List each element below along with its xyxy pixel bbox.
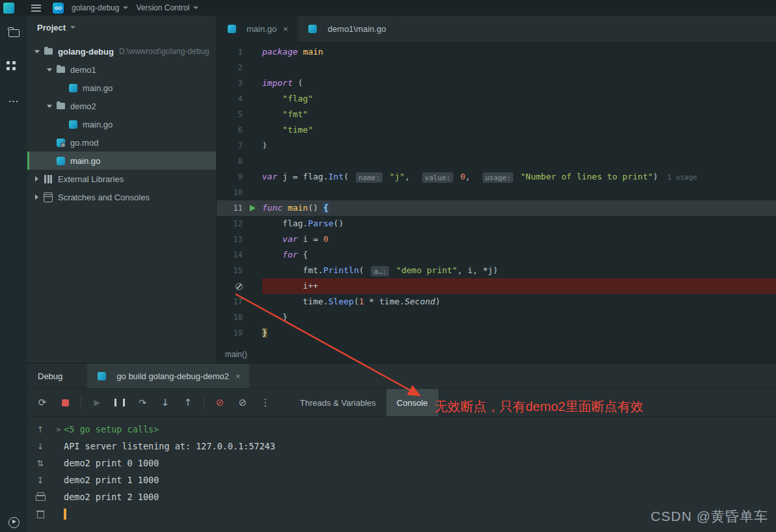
editor-code[interactable]: 1package main23import (4 "flag"5 "fmt"6 … [217, 43, 776, 346]
editor-tab[interactable]: main.go× [217, 16, 298, 42]
run-arrow-icon[interactable] [243, 200, 262, 216]
code-line[interactable]: i++ [217, 278, 776, 294]
close-tab-icon[interactable]: × [283, 24, 288, 34]
gutter[interactable]: 19 [217, 325, 262, 341]
chevron-down-icon[interactable] [44, 68, 55, 72]
stop-icon[interactable] [58, 395, 72, 410]
close-tab-icon[interactable]: × [235, 371, 241, 381]
print-icon[interactable] [34, 491, 46, 503]
code-line[interactable]: 7) [217, 138, 776, 153]
gutter[interactable]: 15 [217, 263, 262, 278]
gutter[interactable]: 8 [217, 153, 262, 169]
project-selector[interactable]: golang-debug [72, 3, 128, 12]
code-line[interactable]: 10 [217, 185, 776, 200]
gutter[interactable]: 13 [217, 232, 262, 247]
code-line[interactable]: 1package main [217, 44, 776, 60]
gutter[interactable]: 1 [217, 44, 262, 60]
sort-icon[interactable] [34, 457, 46, 469]
scroll-end-icon[interactable] [34, 474, 46, 486]
code-line[interactable]: 15 fmt.Println( a…: "demo print", i, *j) [217, 263, 776, 278]
chevron-down-icon[interactable] [44, 105, 55, 108]
code-line[interactable]: 12 flag.Parse() [217, 216, 776, 232]
gutter[interactable]: 12 [217, 216, 262, 232]
chevron-down-icon[interactable] [31, 50, 42, 53]
code-line[interactable]: 14 for { [217, 247, 776, 263]
code-line[interactable]: 9var j = flag.Int( name: "j", value: 0, … [217, 169, 776, 185]
code-token: time. [262, 297, 328, 306]
code-line[interactable]: 18 } [217, 310, 776, 325]
structure-tool-icon[interactable] [7, 60, 21, 74]
view-breakpoints-icon[interactable] [213, 395, 227, 410]
gutter[interactable] [217, 278, 262, 294]
more-icon[interactable] [258, 395, 273, 410]
gutter[interactable]: 18 [217, 310, 262, 325]
code-text: for { [262, 247, 776, 263]
debug-run-tab[interactable]: go build golang-debug-demo2 × [87, 364, 248, 388]
tree-item[interactable]: go.mod [27, 133, 216, 152]
run-tool-icon[interactable] [7, 518, 21, 532]
step-out-icon[interactable] [181, 395, 195, 410]
console-line[interactable]: demo2 print 0 1000 [53, 455, 776, 472]
up-icon[interactable] [34, 423, 46, 435]
editor-tab[interactable]: demo1\main.go [298, 16, 396, 42]
main-menu-icon[interactable] [31, 5, 41, 12]
gutter[interactable]: 7 [217, 138, 262, 153]
mute-breakpoints-icon[interactable] [235, 395, 250, 410]
code-line[interactable]: 5 "fmt" [217, 107, 776, 122]
project-panel-header[interactable]: Project [27, 16, 216, 39]
gutter[interactable]: 10 [217, 185, 262, 200]
step-into-icon[interactable] [158, 395, 172, 410]
more-tools-icon[interactable]: ⋯ [7, 94, 21, 108]
breadcrumb[interactable]: main() [217, 346, 776, 363]
version-control-selector[interactable]: Version Control [136, 3, 198, 12]
chevron-right-icon[interactable] [31, 194, 42, 200]
step-over-icon[interactable] [135, 395, 150, 410]
gutter[interactable]: 3 [217, 75, 262, 91]
gutter[interactable]: 6 [217, 122, 262, 138]
rerun-icon[interactable] [35, 395, 49, 410]
gutter[interactable]: 17 [217, 294, 262, 310]
gutter[interactable]: 9 [217, 169, 262, 185]
tree-item[interactable]: main.go [27, 152, 216, 170]
project-tool-icon[interactable] [7, 26, 21, 40]
code-line[interactable]: 8 [217, 153, 776, 169]
go-icon [55, 155, 66, 166]
code-line[interactable]: 13 var i = 0 [217, 232, 776, 247]
tree-item[interactable]: main.go [27, 79, 216, 97]
gutter[interactable]: 14 [217, 247, 262, 263]
invalid-breakpoint-icon[interactable] [235, 283, 243, 290]
tab-threads-variables[interactable]: Threads & Variables [289, 389, 386, 416]
code-line[interactable]: 4 "flag" [217, 91, 776, 107]
tree-item[interactable]: main.go [27, 115, 216, 133]
console-line[interactable]: demo2 print 1 1000 [53, 472, 776, 488]
code-line[interactable]: 17 time.Sleep(1 * time.Second) [217, 294, 776, 310]
code-line[interactable]: 6 "time" [217, 122, 776, 138]
clear-icon[interactable] [34, 508, 46, 520]
down-icon[interactable] [34, 440, 46, 452]
code-line[interactable]: 19} [217, 325, 776, 341]
code-line[interactable]: 2 [217, 60, 776, 75]
tree-item[interactable]: demo1 [27, 60, 216, 79]
pause-icon[interactable] [113, 395, 127, 410]
expand-icon[interactable] [53, 425, 64, 434]
console-text: <5 go setup calls> [64, 424, 159, 434]
lib-icon [42, 174, 54, 184]
tab-console[interactable]: Console [386, 389, 438, 416]
code-line[interactable]: 3import ( [217, 75, 776, 91]
console-line[interactable]: demo2 print 2 1000 [53, 488, 776, 505]
console-line[interactable]: API server listening at: 127.0.0.1:57243 [53, 438, 776, 455]
gutter[interactable]: 5 [217, 107, 262, 122]
gutter[interactable]: 11 [217, 200, 262, 216]
code-line[interactable]: 11func main() { [217, 200, 776, 216]
gutter[interactable]: 2 [217, 60, 262, 75]
tree-item[interactable]: demo2 [27, 97, 216, 115]
tree-item[interactable]: External Libraries [27, 170, 216, 188]
breadcrumb-item[interactable]: main() [225, 350, 247, 359]
console-line[interactable]: <5 go setup calls> [53, 421, 776, 438]
gutter-marker [243, 153, 262, 169]
chevron-right-icon[interactable] [31, 176, 42, 181]
resume-icon[interactable] [90, 395, 104, 410]
tree-item[interactable]: Scratches and Consoles [27, 188, 216, 206]
tree-item[interactable]: golang-debugD:\wwwroot\golang-debug [27, 42, 216, 60]
gutter[interactable]: 4 [217, 91, 262, 107]
